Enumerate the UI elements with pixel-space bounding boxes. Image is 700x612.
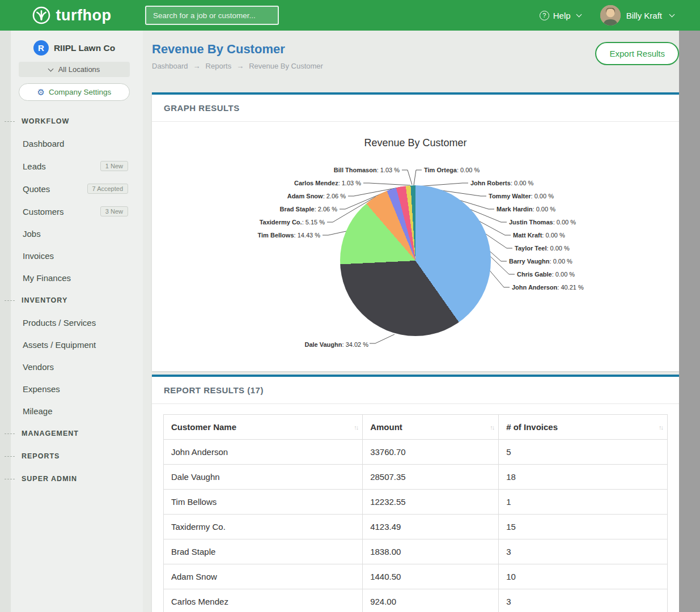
sidebar-item-assets-equipment[interactable]: Assets / Equipment: [0, 334, 143, 356]
pie-label-tim-ortega: Tim Ortega: 0.00 %: [424, 166, 480, 174]
table-cell: Tim Bellows: [164, 490, 363, 515]
table-cell: 28507.35: [363, 465, 499, 490]
table-cell: 1: [499, 490, 668, 515]
table-cell: John Anderson: [164, 440, 363, 465]
sidebar-item-expenses[interactable]: Expenses: [0, 378, 143, 400]
sort-icon: ↑↓: [490, 424, 494, 431]
table-row: John Anderson33760.705: [164, 440, 668, 465]
chevron-down-icon: [48, 66, 53, 72]
pie-label-taylor-teel: Taylor Teel: 0.00 %: [515, 244, 570, 252]
table-cell: Adam Snow: [164, 564, 363, 589]
pie-label-mark-hardin: Mark Hardin: 0.00 %: [497, 205, 555, 213]
table-row: Taxidermy Co.4123.4915: [164, 515, 668, 539]
pie-label-brad-staple: Brad Staple: 2.06 %: [280, 205, 338, 213]
breadcrumb-dashboard[interactable]: Dashboard: [152, 62, 188, 70]
graph-card-title: GRAPH RESULTS: [152, 95, 679, 122]
pie-label-tommy-walter: Tommy Walter: 0.00 %: [489, 192, 554, 200]
table-row: Adam Snow1440.5010: [164, 564, 668, 589]
sidebar-item-label: Dashboard: [23, 139, 64, 148]
table-cell: 3: [499, 589, 668, 612]
sidebar-section-reports[interactable]: REPORTS: [0, 445, 143, 468]
sidebar-item-quotes[interactable]: Quotes7 Accepted: [0, 177, 143, 200]
pie-label-john-roberts: John Roberts: 0.00 %: [470, 179, 533, 187]
sidebar-item-my-finances[interactable]: My Finances: [0, 267, 143, 289]
report-table-body: John Anderson33760.705Dale Vaughn28507.3…: [164, 440, 668, 612]
chevron-down-icon: [576, 11, 582, 17]
breadcrumb: Dashboard → Reports → Revenue By Custome…: [152, 62, 323, 70]
sidebar-item-label: Assets / Equipment: [23, 340, 96, 350]
table-cell: Dale Vaughn: [164, 465, 363, 490]
sidebar-item-label: Products / Services: [23, 318, 96, 328]
column-header-invoices[interactable]: # of Invoices↑↓: [499, 415, 668, 440]
pie-label-john-anderson: John Anderson: 40.21 %: [512, 283, 584, 291]
table-cell: Carlos Mendez: [164, 589, 363, 612]
table-row: Tim Bellows12232.551: [164, 490, 668, 515]
company-logo: R: [33, 40, 49, 56]
pie-label-taxidermy-co: Taxidermy Co.: 5.15 %: [260, 218, 325, 226]
search-input[interactable]: [145, 6, 279, 25]
sidebar-item-invoices[interactable]: Invoices: [0, 245, 143, 267]
pie-label-dale-vaughn: Dale Vaughn: 34.02 %: [304, 341, 368, 348]
table-row: Brad Staple1838.003: [164, 539, 668, 564]
location-selector[interactable]: All Locations: [19, 62, 130, 77]
brand-name: turfhop: [56, 7, 112, 24]
company-info: R RIIPL Lawn Co: [33, 40, 115, 56]
brand-logo[interactable]: turfhop: [0, 6, 143, 25]
help-menu[interactable]: ? Help: [540, 11, 581, 20]
user-name: Billy Kraft: [626, 11, 662, 20]
sidebar-item-jobs[interactable]: Jobs: [0, 223, 143, 245]
sidebar-item-label: Quotes: [23, 184, 50, 194]
pie-connector: [370, 334, 394, 343]
chart-title: Revenue By Customer: [152, 137, 679, 149]
sidebar: R RIIPL Lawn Co All Locations ⚙ Company …: [0, 31, 143, 612]
main-content: Revenue By Customer Dashboard → Reports …: [143, 31, 679, 612]
pie-label-tim-bellows: Tim Bellows: 14.43 %: [258, 231, 320, 239]
table-header-row: Customer Name↑↓ Amount↑↓ # of Invoices↑↓: [164, 415, 668, 440]
pie-connector: [363, 183, 410, 185]
pie-chart-area: Revenue By Customer: [152, 122, 679, 371]
pie-connector: [323, 231, 346, 235]
customers-badge: 3 New: [100, 206, 128, 216]
table-cell: 924.00: [363, 589, 499, 612]
sidebar-item-vendors[interactable]: Vendors: [0, 356, 143, 378]
sidebar-item-label: Mileage: [23, 406, 53, 416]
pie-label-matt-kraft: Matt Kraft: 0.00 %: [513, 231, 565, 239]
top-navbar: turfhop ? Help Billy Kraft: [0, 0, 700, 31]
report-results-card: REPORT RESULTS (17) Customer Name↑↓ Amou…: [152, 375, 679, 612]
sidebar-item-customers[interactable]: Customers3 New: [0, 200, 143, 223]
sidebar-item-leads[interactable]: Leads1 New: [0, 155, 143, 177]
sidebar-item-label: My Finances: [23, 273, 71, 283]
sidebar-section-super-admin[interactable]: SUPER ADMIN: [0, 468, 143, 490]
sidebar-section-inventory[interactable]: INVENTORY: [0, 289, 143, 312]
pie-connector: [402, 170, 412, 185]
sidebar-nav: WORKFLOW Dashboard Leads1 New Quotes7 Ac…: [0, 110, 143, 490]
sidebar-section-management[interactable]: MANAGEMENT: [0, 422, 143, 445]
help-icon: ?: [540, 11, 549, 20]
column-header-customer-name[interactable]: Customer Name↑↓: [164, 415, 363, 440]
sidebar-item-dashboard[interactable]: Dashboard: [0, 133, 143, 155]
breadcrumb-reports[interactable]: Reports: [206, 62, 232, 70]
table-cell: Taxidermy Co.: [164, 515, 363, 539]
table-row: Carlos Mendez924.003: [164, 589, 668, 612]
pie-label-chris-gable: Chris Gable: 0.00 %: [517, 270, 575, 278]
table-cell: 18: [499, 465, 668, 490]
pie-label-adam-snow: Adam Snow: 2.06 %: [287, 192, 346, 200]
export-results-button[interactable]: Export Results: [595, 42, 679, 65]
table-cell: 4123.49: [363, 515, 499, 539]
sidebar-item-mileage[interactable]: Mileage: [0, 400, 143, 422]
table-cell: 15: [499, 515, 668, 539]
sidebar-section-workflow[interactable]: WORKFLOW: [0, 110, 143, 133]
user-menu[interactable]: Billy Kraft: [600, 5, 674, 26]
table-cell: 1838.00: [363, 539, 499, 564]
scrollbar-track[interactable]: [679, 31, 700, 612]
pie-connector: [414, 170, 422, 185]
column-header-amount[interactable]: Amount↑↓: [363, 415, 499, 440]
report-card-title: REPORT RESULTS (17): [152, 377, 679, 404]
pie-chart[interactable]: [340, 185, 491, 336]
company-settings-button[interactable]: ⚙ Company Settings: [19, 83, 130, 101]
sidebar-item-label: Jobs: [23, 229, 41, 239]
pie-label-carlos-mendez: Carlos Mendez: 1.03 %: [294, 179, 361, 187]
turfhop-logo-icon: [32, 6, 51, 25]
sidebar-item-products-services[interactable]: Products / Services: [0, 312, 143, 334]
table-cell: Brad Staple: [164, 539, 363, 564]
